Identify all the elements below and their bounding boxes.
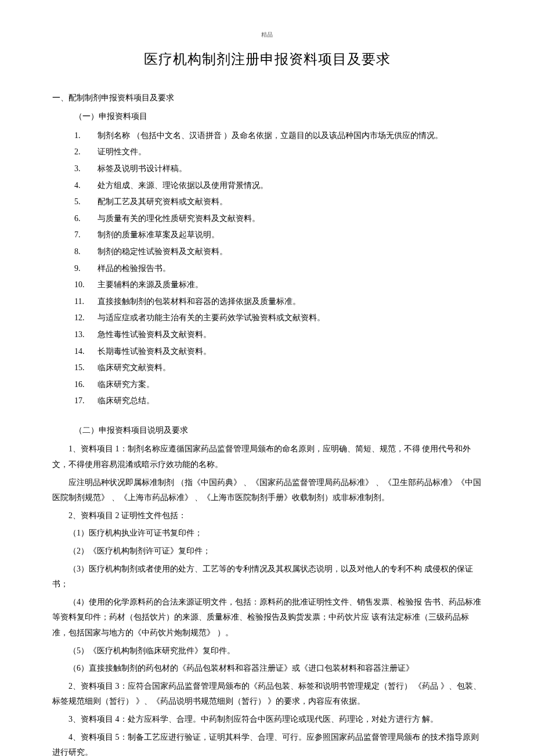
list-item-text: 制剂的质量标准草案及起草说明。	[98, 227, 482, 243]
paragraph-block: 1、资料项目 1：制剂名称应遵循国家药品监督管理局颁布的命名原则，应明确、简短、…	[52, 442, 482, 756]
list-item-text: 制剂名称 （包括中文名、汉语拼音 ）及命名依据，立题目的以及该品种国内市场无供应…	[98, 128, 482, 144]
list-item-text: 临床研究总结。	[98, 393, 482, 409]
list-item: 10.主要辅料的来源及质量标准。	[74, 277, 482, 293]
list-item-text: 主要辅料的来源及质量标准。	[98, 277, 482, 293]
list-item: 6.与质量有关的理化性质研究资料及文献资料。	[74, 211, 482, 227]
list-item: 2.证明性文件。	[74, 144, 482, 160]
list-item-text: 样品的检验报告书。	[98, 261, 482, 277]
list-item-number: 9.	[74, 261, 98, 277]
paragraph: 2、资料项目 3：应符合国家药品监督管理局颁布的《药品包装、标签和说明书管理规定…	[52, 679, 482, 710]
list-item: 8.制剂的稳定性试验资料及文献资料。	[74, 244, 482, 260]
ordered-list: 1.制剂名称 （包括中文名、汉语拼音 ）及命名依据，立题目的以及该品种国内市场无…	[52, 128, 482, 409]
list-item-text: 临床研究文献资料。	[98, 360, 482, 376]
list-item: 1.制剂名称 （包括中文名、汉语拼音 ）及命名依据，立题目的以及该品种国内市场无…	[74, 128, 482, 144]
list-item: 5.配制工艺及其研究资料或文献资料。	[74, 194, 482, 210]
list-item-number: 6.	[74, 211, 98, 227]
list-item: 17.临床研究总结。	[74, 393, 482, 409]
list-item-number: 3.	[74, 161, 98, 177]
list-item-number: 2.	[74, 144, 98, 160]
paragraph: （2）《医疗机构制剂许可证》复印件；	[52, 544, 482, 559]
list-item: 12.与适应症或者功能主治有关的主要药效学试验资料或文献资料。	[74, 310, 482, 326]
sub-heading-1: （一）申报资料项目	[74, 109, 482, 125]
list-item-number: 10.	[74, 277, 98, 293]
list-item: 4.处方组成、来源、理论依据以及使用背景情况。	[74, 178, 482, 194]
page: 精品 医疗机构制剂注册申报资料项目及要求 一、配制制剂申报资料项目及要求 （一）…	[0, 0, 534, 756]
list-item: 11.直接接触制剂的包装材料和容器的选择依据及质量标准。	[74, 294, 482, 310]
paragraph: （6）直接接触制剂的药包材的《药品包装材料和容器注册证》或《进口包装材料和容器注…	[52, 661, 482, 677]
list-item-text: 临床研究方案。	[98, 377, 482, 393]
list-item-text: 急性毒性试验资料及文献资料。	[98, 327, 482, 343]
list-item-text: 证明性文件。	[98, 144, 482, 160]
list-item-text: 与质量有关的理化性质研究资料及文献资料。	[98, 211, 482, 227]
list-item-number: 11.	[74, 294, 98, 310]
paragraph: （1）医疗机构执业许可证书复印件；	[52, 526, 482, 541]
list-item-text: 制剂的稳定性试验资料及文献资料。	[98, 244, 482, 260]
list-item-number: 4.	[74, 178, 98, 194]
list-item-text: 标签及说明书设计样稿。	[98, 161, 482, 177]
paragraph: 1、资料项目 1：制剂名称应遵循国家药品监督管理局颁布的命名原则，应明确、简短、…	[52, 442, 482, 472]
paragraph: 应注明品种状况即属标准制剂 （指《中国药典》 、《国家药品监督管理局药品标准》 …	[52, 475, 482, 506]
list-item: 16.临床研究方案。	[74, 377, 482, 393]
list-item-text: 处方组成、来源、理论依据以及使用背景情况。	[98, 178, 482, 194]
paragraph: （5）《医疗机构制剂临床研究批件》复印件。	[52, 643, 482, 659]
list-item-text: 配制工艺及其研究资料或文献资料。	[98, 194, 482, 210]
paragraph: （4）使用的化学原料药的合法来源证明文件，包括：原料药的批准证明性文件、销售发票…	[52, 595, 482, 641]
list-item-number: 13.	[74, 327, 98, 343]
header-mark: 精品	[0, 29, 534, 40]
list-item-text: 与适应症或者功能主治有关的主要药效学试验资料或文献资料。	[98, 310, 482, 326]
list-item-text: 直接接触制剂的包装材料和容器的选择依据及质量标准。	[98, 294, 482, 310]
list-item-number: 17.	[74, 393, 98, 409]
paragraph: 2、资料项目 2 证明性文件包括：	[52, 508, 482, 524]
list-item-number: 15.	[74, 360, 98, 376]
section-heading: 一、配制制剂申报资料项目及要求	[52, 91, 482, 106]
spacer	[52, 410, 482, 419]
list-item: 3.标签及说明书设计样稿。	[74, 161, 482, 177]
list-item: 14.长期毒性试验资料及文献资料。	[74, 344, 482, 360]
paragraph: 3、资料项目 4：处方应科学、合理。中药制剂应符合中医药理论或现代医、药理论，对…	[52, 712, 482, 728]
sub-heading-2: （二）申报资料项目说明及要求	[74, 423, 482, 439]
list-item: 7.制剂的质量标准草案及起草说明。	[74, 227, 482, 243]
list-item-text: 长期毒性试验资料及文献资料。	[98, 344, 482, 360]
list-item: 15.临床研究文献资料。	[74, 360, 482, 376]
list-item-number: 8.	[74, 244, 98, 260]
page-title: 医疗机构制剂注册申报资料项目及要求	[52, 46, 482, 73]
list-item-number: 16.	[74, 377, 98, 393]
paragraph: （3）医疗机构制剂或者使用的处方、工艺等的专利情况及其权属状态说明，以及对他人的…	[52, 562, 482, 592]
list-item-number: 1.	[74, 128, 98, 144]
list-item-number: 14.	[74, 344, 98, 360]
list-item-number: 5.	[74, 194, 98, 210]
list-item: 13.急性毒性试验资料及文献资料。	[74, 327, 482, 343]
paragraph: 4、资料项目 5：制备工艺应进行验证，证明其科学、合理、可行。应参照国家药品监督…	[52, 730, 482, 756]
list-item: 9.样品的检验报告书。	[74, 261, 482, 277]
list-item-number: 7.	[74, 227, 98, 243]
list-item-number: 12.	[74, 310, 98, 326]
